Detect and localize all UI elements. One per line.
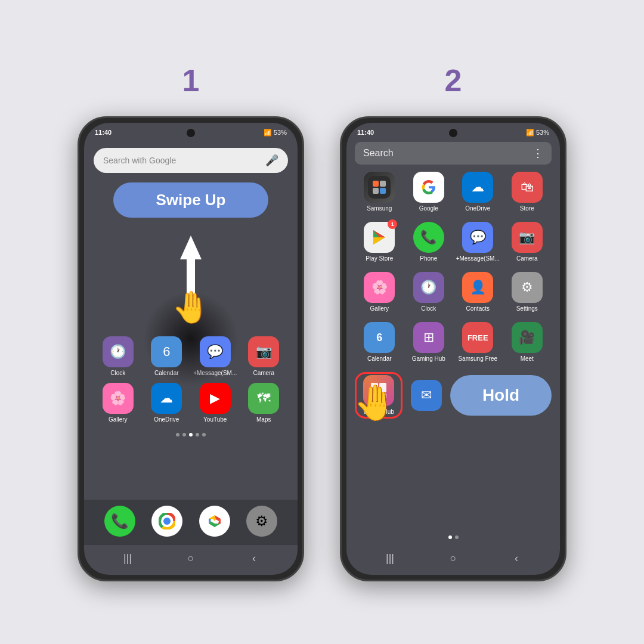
search-text-1: Search with Google xyxy=(103,156,176,165)
playstore-icon: 1 xyxy=(364,222,395,253)
list-item[interactable]: 6 Calendar xyxy=(146,336,187,377)
list-item[interactable]: Samsung xyxy=(359,172,400,212)
three-dots-menu[interactable]: ⋮ xyxy=(532,147,543,160)
hand-cursor-icon: 🤚 xyxy=(172,289,210,326)
list-item[interactable]: 💬 +Message(SM... xyxy=(457,222,498,262)
nav-bar-1: ||| ○ ‹ xyxy=(84,545,298,575)
app-label: Maps xyxy=(256,416,271,423)
dock-chrome[interactable] xyxy=(151,506,182,537)
search-bar-2[interactable]: Search ⋮ xyxy=(355,142,552,165)
dot xyxy=(176,433,179,436)
app-label: Gaming Hub xyxy=(412,355,445,363)
clock-icon2: 🕐 xyxy=(413,272,444,303)
list-item[interactable]: 👤 Contacts xyxy=(457,272,498,312)
dot xyxy=(196,433,199,436)
list-item[interactable]: 🌸 Gallery xyxy=(359,272,400,312)
dock-phone[interactable]: 📞 xyxy=(104,506,135,537)
app-grid-2: Samsung Google ☁ OneDrive xyxy=(355,172,552,532)
phone-icon2: 📞 xyxy=(413,222,444,253)
hold-button[interactable]: Hold xyxy=(450,375,552,416)
nav-back[interactable]: ‹ xyxy=(242,550,266,566)
dock-settings[interactable]: ⚙ xyxy=(246,506,277,537)
app-label: Clock xyxy=(421,305,436,312)
dot-2 xyxy=(455,535,459,539)
app-label: Gallery xyxy=(370,305,389,312)
nav-menu-2[interactable]: ||| xyxy=(378,550,402,566)
list-item[interactable]: 🕐 Clock xyxy=(98,336,138,377)
app-row-2: 🌸 Gallery ☁ OneDrive ▶ YouTube 🗺 xyxy=(94,383,288,423)
list-item[interactable]: 📷 Camera xyxy=(243,336,284,377)
bottom-action-row: WidgetClub 🤚 ✉ Hold xyxy=(355,372,552,419)
list-item[interactable]: 🎥 Meet xyxy=(507,322,547,363)
gallery-icon-app: 🌸 xyxy=(103,383,134,414)
list-item[interactable]: Google xyxy=(408,172,449,212)
list-item[interactable]: ⚙ Settings xyxy=(507,272,547,312)
list-item[interactable]: 6 Calendar xyxy=(359,322,400,363)
list-item[interactable]: ▶ YouTube xyxy=(195,383,236,423)
list-item[interactable]: 1 Play Store xyxy=(359,222,400,262)
swipe-up-button[interactable]: Swipe Up xyxy=(113,182,269,218)
camera-icon2: 📷 xyxy=(512,222,543,253)
app-label: Google xyxy=(419,205,438,212)
dot xyxy=(182,433,186,436)
contacts-icon: 👤 xyxy=(462,272,493,303)
app-label: +Message(SM... xyxy=(456,255,500,262)
list-item[interactable]: ✉ xyxy=(408,380,444,411)
app-label: Camera xyxy=(516,255,538,262)
svg-point-1 xyxy=(163,518,171,525)
youtube-icon-app: ▶ xyxy=(200,383,231,414)
list-item[interactable]: ☁ OneDrive xyxy=(146,383,187,423)
app-row-s2-3: 🌸 Gallery 🕐 Clock 👤 Contacts xyxy=(355,272,552,312)
page-dots-2 xyxy=(355,532,552,543)
dot xyxy=(202,433,206,436)
list-item[interactable]: 📞 Phone xyxy=(408,222,449,262)
search-bar-1[interactable]: Search with Google 🎤 xyxy=(94,148,288,173)
search-label-2: Search xyxy=(363,148,394,159)
widgetclub-highlighted[interactable]: WidgetClub 🤚 xyxy=(355,372,402,419)
list-item[interactable]: 💬 +Message(SM... xyxy=(195,336,236,377)
step2-section: 2 11:40 📶 53% Search ⋮ xyxy=(340,63,566,581)
app-label: +Message(SM... xyxy=(193,370,237,377)
wifi-icon-2: 📶 xyxy=(526,129,534,137)
list-item[interactable]: 📷 Camera xyxy=(507,222,547,262)
calendar-icon-app: 6 xyxy=(151,336,182,367)
nav-home-2[interactable]: ○ xyxy=(441,550,465,566)
list-item[interactable]: 🗺 Maps xyxy=(243,383,284,423)
settings-icon2: ⚙ xyxy=(512,272,543,303)
page-dots-1 xyxy=(176,429,206,440)
notch-2 xyxy=(449,129,457,137)
main-container: 1 11:40 📶 53% Search with Google xyxy=(0,0,644,644)
app-label: Play Store xyxy=(366,255,393,262)
dock-1: 📞 ⚙ xyxy=(84,500,298,545)
list-item[interactable]: 🌸 Gallery xyxy=(98,383,138,423)
onedrive-icon-app: ☁ xyxy=(151,383,182,414)
notification-badge: 1 xyxy=(388,219,397,229)
app-label: Store xyxy=(520,205,534,212)
list-item[interactable]: ⊞ Gaming Hub xyxy=(408,322,449,363)
app-label: OneDrive xyxy=(465,205,490,212)
app-row-s2-2: 1 Play Store 📞 Phone 💬 xyxy=(355,222,552,262)
wifi-icon: 📶 xyxy=(264,129,272,137)
list-item[interactable]: ☁ OneDrive xyxy=(457,172,498,212)
list-item[interactable]: 🛍 Store xyxy=(507,172,547,212)
maps-icon-app: 🗺 xyxy=(248,383,279,414)
nav-bar-2: ||| ○ ‹ xyxy=(346,545,560,575)
google-icon xyxy=(413,172,444,203)
gaminghub-icon: ⊞ xyxy=(413,322,444,353)
app-label: Settings xyxy=(516,305,538,312)
svg-rect-3 xyxy=(368,176,391,199)
list-item[interactable]: FREE Samsung Free xyxy=(457,322,498,363)
app-label: YouTube xyxy=(203,416,227,423)
nav-menu[interactable]: ||| xyxy=(116,550,140,566)
list-item[interactable]: 🕐 Clock xyxy=(408,272,449,312)
app-label: Calendar xyxy=(367,355,392,363)
dot-active-2 xyxy=(448,535,452,539)
dock-photos[interactable] xyxy=(199,506,230,537)
arrow-hand-indicator: 🤚 xyxy=(172,236,210,326)
nav-home[interactable]: ○ xyxy=(179,550,203,566)
svg-marker-11 xyxy=(373,237,385,244)
step1-section: 1 11:40 📶 53% Search with Google xyxy=(78,63,304,581)
app-label: Clock xyxy=(110,370,125,377)
onedrive-icon2: ☁ xyxy=(462,172,493,203)
nav-back-2[interactable]: ‹ xyxy=(504,550,528,566)
